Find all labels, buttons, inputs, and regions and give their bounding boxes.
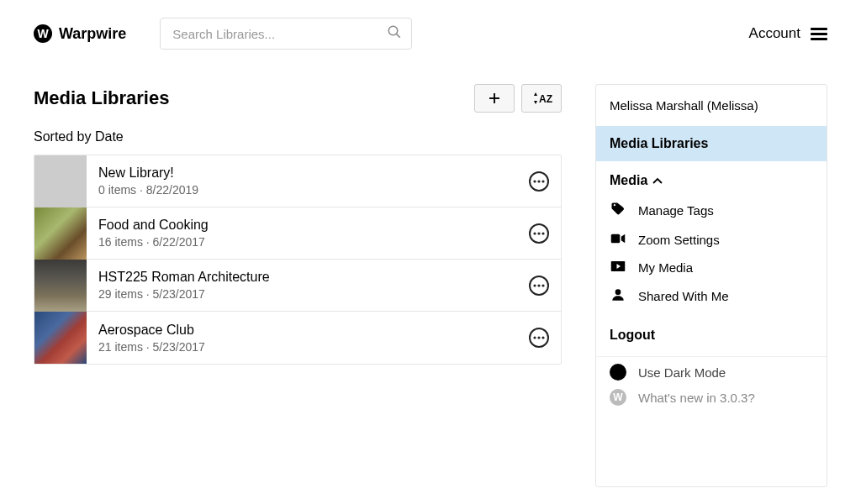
search-icon[interactable] bbox=[387, 24, 402, 43]
more-icon bbox=[533, 180, 545, 183]
panel-item-zoom-settings[interactable]: Zoom Settings bbox=[610, 226, 813, 254]
more-button[interactable] bbox=[529, 276, 549, 296]
library-meta: 21 items · 5/23/2017 bbox=[98, 340, 205, 354]
svg-point-15 bbox=[541, 284, 544, 286]
library-text: Aerospace Club 21 items · 5/23/2017 bbox=[87, 323, 205, 354]
svg-point-14 bbox=[537, 284, 540, 286]
more-icon bbox=[533, 336, 545, 339]
sorted-by-label: Sorted by Date bbox=[34, 129, 562, 144]
account-panel: Melissa Marshall (Melissa) Media Librari… bbox=[595, 84, 827, 487]
panel-media-section[interactable]: Media bbox=[596, 161, 827, 195]
main: Media Libraries AZ Sorted by Date bbox=[0, 67, 861, 487]
chevron-up-icon bbox=[652, 177, 663, 184]
library-meta: 29 items · 5/23/2017 bbox=[98, 287, 270, 301]
panel-logout[interactable]: Logout bbox=[596, 316, 827, 354]
library-thumbnail bbox=[34, 155, 87, 207]
brand-logo-icon: W bbox=[34, 24, 52, 43]
brand-name: Warpwire bbox=[59, 25, 126, 43]
library-meta: 16 items · 6/22/2017 bbox=[98, 235, 209, 249]
svg-point-17 bbox=[537, 336, 540, 339]
play-icon bbox=[610, 260, 626, 275]
tag-icon bbox=[610, 202, 626, 219]
library-list: New Library! 0 items · 8/22/2019 Food an… bbox=[34, 155, 562, 365]
title-row: Media Libraries AZ bbox=[34, 84, 562, 113]
svg-point-11 bbox=[537, 232, 540, 234]
library-text: New Library! 0 items · 8/22/2019 bbox=[87, 165, 198, 197]
library-meta: 0 items · 8/22/2019 bbox=[98, 183, 198, 197]
library-text: Food and Cooking 16 items · 6/22/2017 bbox=[87, 218, 209, 249]
panel-item-label: Shared With Me bbox=[638, 289, 729, 303]
account-area: Account bbox=[749, 25, 827, 42]
library-title: New Library! bbox=[98, 165, 198, 181]
account-label[interactable]: Account bbox=[749, 25, 800, 42]
dark-mode-label: Use Dark Mode bbox=[638, 365, 726, 380]
panel-user: Melissa Marshall (Melissa) bbox=[596, 85, 827, 126]
hamburger-menu-icon[interactable] bbox=[811, 28, 827, 40]
more-icon bbox=[533, 284, 545, 287]
more-icon bbox=[533, 232, 545, 235]
library-title: Aerospace Club bbox=[98, 323, 205, 338]
svg-point-18 bbox=[541, 336, 544, 339]
left-column: Media Libraries AZ Sorted by Date bbox=[34, 67, 562, 365]
svg-marker-20 bbox=[621, 234, 626, 244]
panel-item-manage-tags[interactable]: Manage Tags bbox=[610, 195, 813, 226]
svg-point-9 bbox=[541, 180, 544, 182]
warpwire-badge-icon: W bbox=[610, 389, 626, 406]
svg-point-8 bbox=[537, 180, 540, 182]
svg-point-13 bbox=[533, 284, 536, 286]
svg-point-16 bbox=[533, 336, 536, 339]
svg-marker-5 bbox=[534, 101, 537, 104]
svg-point-12 bbox=[541, 232, 544, 234]
page-title: Media Libraries bbox=[34, 87, 169, 109]
panel-item-label: Manage Tags bbox=[638, 203, 714, 218]
panel-footer: Use Dark Mode W What's new in 3.0.3? bbox=[596, 359, 827, 411]
dark-circle-icon bbox=[610, 364, 626, 381]
library-thumbnail bbox=[34, 260, 87, 312]
person-icon bbox=[610, 288, 626, 304]
video-icon bbox=[610, 233, 626, 247]
search-input[interactable] bbox=[160, 18, 412, 50]
header: W Warpwire Account bbox=[0, 0, 861, 67]
panel-divider bbox=[596, 356, 827, 357]
title-actions: AZ bbox=[474, 84, 562, 113]
library-row[interactable]: HST225 Roman Architecture 29 items · 5/2… bbox=[34, 260, 561, 312]
library-text: HST225 Roman Architecture 29 items · 5/2… bbox=[87, 270, 270, 301]
svg-point-7 bbox=[533, 180, 536, 182]
whats-new-label: What's new in 3.0.3? bbox=[638, 391, 755, 405]
library-row[interactable]: Aerospace Club 21 items · 5/23/2017 bbox=[34, 312, 561, 364]
svg-point-10 bbox=[533, 232, 536, 234]
svg-point-23 bbox=[615, 289, 621, 295]
panel-section-label: Media bbox=[610, 173, 647, 188]
panel-item-label: Zoom Settings bbox=[638, 233, 720, 247]
search bbox=[160, 18, 412, 50]
library-row[interactable]: New Library! 0 items · 8/22/2019 bbox=[34, 155, 561, 207]
more-button[interactable] bbox=[529, 171, 549, 192]
plus-icon bbox=[487, 91, 502, 106]
library-thumbnail bbox=[34, 312, 87, 364]
dark-mode-toggle[interactable]: Use Dark Mode bbox=[610, 364, 813, 381]
library-thumbnail bbox=[34, 207, 87, 260]
svg-line-1 bbox=[397, 34, 400, 38]
add-button[interactable] bbox=[474, 84, 515, 113]
svg-marker-4 bbox=[534, 92, 537, 96]
library-title: Food and Cooking bbox=[98, 218, 209, 233]
more-button[interactable] bbox=[529, 328, 549, 348]
panel-item-shared-with-me[interactable]: Shared With Me bbox=[610, 281, 813, 311]
panel-item-label: My Media bbox=[638, 260, 693, 275]
brand[interactable]: W Warpwire bbox=[34, 24, 126, 43]
library-row[interactable]: Food and Cooking 16 items · 6/22/2017 bbox=[34, 207, 561, 260]
panel-active-item[interactable]: Media Libraries bbox=[596, 126, 827, 161]
more-button[interactable] bbox=[529, 223, 549, 244]
whats-new-link[interactable]: W What's new in 3.0.3? bbox=[610, 389, 813, 406]
svg-text:AZ: AZ bbox=[539, 93, 552, 105]
library-title: HST225 Roman Architecture bbox=[98, 270, 270, 285]
svg-point-0 bbox=[389, 26, 399, 35]
panel-items: Manage Tags Zoom Settings My Media Share… bbox=[596, 195, 827, 316]
panel-item-my-media[interactable]: My Media bbox=[610, 254, 813, 281]
sort-button[interactable]: AZ bbox=[521, 84, 562, 113]
svg-rect-19 bbox=[611, 234, 621, 244]
sort-az-icon: AZ bbox=[530, 90, 553, 107]
